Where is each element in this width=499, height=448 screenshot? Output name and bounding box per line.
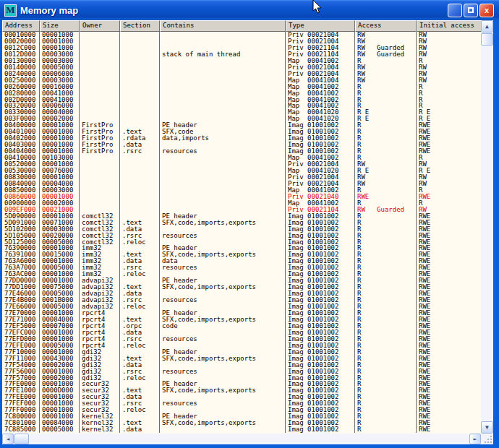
cell-type: Imag 01001002 [286,420,355,426]
table-row[interactable]: 77FF0000 00001000 secur32 .reloc Imag 01… [2,407,481,413]
table-row[interactable]: 00410000 00103000 Map 00041002 R R [2,155,481,161]
table-row[interactable]: 77FEF000 00001000 secur32 .rsrc resource… [2,400,481,407]
table-row[interactable]: 00403000 00001000 FirstPro .data Imag 01… [2,142,481,148]
cell-address: 76391000 [2,251,40,258]
table-row[interactable]: 00830000 00001000 Priv 00021004 RW RW [2,174,481,181]
table-row[interactable]: 763A7000 00005000 imm32 .rsrc resources … [2,264,481,271]
table-row[interactable]: 763AC000 00001000 imm32 .reloc Imag 0100… [2,271,481,277]
table-row[interactable]: 009EF000 00021000 Priv 00021104 RW Guard… [2,207,481,213]
table-row[interactable]: 5D125000 00005000 comctl32 .reloc Imag 0… [2,239,481,246]
table-row[interactable]: 00860000 00001000 Priv 00021040 RWE RWE [2,194,481,200]
table-row[interactable]: 77F11000 00043000 gdi32 .text SFX,code,i… [2,356,481,362]
cell-access: R [355,213,417,220]
table-row[interactable]: 00900000 00002000 Map 00041002 R R [2,200,481,207]
table-row[interactable]: 77E46000 00005000 advapi32 .data Imag 01… [2,290,481,297]
column-header-section[interactable]: Section [120,20,160,32]
cell-contains: PE header [160,122,286,129]
table-row[interactable]: 00280000 00041000 Map 00041002 R R [2,90,481,97]
table-row[interactable]: 00840000 00004000 Priv 00021004 RW RW [2,181,481,187]
table-row[interactable]: 5D105000 00020000 comctl32 .rsrc resourc… [2,233,481,239]
table-row[interactable]: 00320000 00006000 Map 00041002 R R [2,103,481,109]
close-icon[interactable]: x [479,4,494,17]
column-header-size[interactable]: Size [40,20,80,32]
scroll-right-icon[interactable]: ► [469,434,481,444]
table-row[interactable]: 77DD1000 00075000 advapi32 .text SFX,cod… [2,284,481,290]
table-row[interactable]: 0012C000 00001000 Priv 00021104 RW Guard… [2,45,481,51]
table-row[interactable]: 5D090000 00001000 comctl32 PE header Ima… [2,213,481,220]
table-row[interactable]: 003F0000 00002000 Map 00041020 R E R E [2,116,481,122]
table-row[interactable]: 763A6000 00001000 imm32 .data data Imag … [2,258,481,264]
table-row[interactable]: 77EFC000 00001000 rpcrt4 .data Imag 0100… [2,329,481,336]
column-header-address[interactable]: Address [2,20,40,32]
table-row[interactable]: 00850000 00003000 Map 00041002 R R [2,187,481,194]
cell-owner [80,45,120,51]
table-row[interactable]: 76391000 00015000 imm32 .text SFX,code,i… [2,251,481,258]
scroll-up-icon[interactable]: ▲ [481,20,493,33]
column-header-access[interactable]: Access [355,20,417,32]
table-row[interactable]: 00240000 00006000 Priv 00021004 RW RW [2,71,481,77]
table-row[interactable]: 77FE0000 00001000 secur32 PE header Imag… [2,381,481,387]
table-row[interactable]: 00250000 00003000 Map 00041004 RW RW [2,77,481,84]
titlebar[interactable]: M Memory map _ x [0,0,499,20]
table-row[interactable]: 77DD0000 00001000 advapi32 PE header Ima… [2,277,481,284]
table-row[interactable]: 002D0000 00041000 Map 00041002 R R [2,97,481,103]
vertical-scrollbar[interactable]: ▲ ▼ [481,20,493,434]
table-row[interactable]: 00020000 00001000 Priv 00021004 RW RW [2,38,481,45]
cell-initial-access: RW [417,174,481,181]
cell-initial-access: RWE [417,362,481,369]
table-row[interactable]: 77FEE000 00001000 secur32 .data Imag 010… [2,394,481,400]
cell-section: .reloc [120,407,160,413]
table-row[interactable]: 7C800000 00001000 kernel32 PE header Ima… [2,413,481,420]
vertical-scroll-thumb[interactable] [481,33,493,46]
table-row[interactable]: 76390000 00001000 imm32 PE header Imag 0… [2,245,481,251]
table-row[interactable]: 00400000 00001000 FirstPro PE header Ima… [2,122,481,129]
table-row[interactable]: 5D091000 00071000 comctl32 .text SFX,cod… [2,220,481,226]
table-row[interactable]: 77EF5000 00007000 rpcrt4 .orpc code Imag… [2,323,481,329]
table-row[interactable]: 77EFE000 00005000 rpcrt4 .reloc Imag 010… [2,343,481,349]
table-row[interactable]: 77F54000 00002000 gdi32 .data Imag 01001… [2,362,481,369]
table-row[interactable]: 0012D000 00003000 stack of main thread P… [2,51,481,58]
cell-owner: rpcrt4 [80,323,120,329]
table-row[interactable]: 00530000 00076000 Map 00041020 R E R E [2,168,481,174]
cell-section [120,77,160,84]
column-header-owner[interactable]: Owner [80,20,120,32]
table-row[interactable]: 00401000 00001000 FirstPro .text SFX,cod… [2,129,481,135]
column-header-type[interactable]: Type [286,20,355,32]
memory-map-window: M Memory map _ x Address Size Owner Sect… [0,0,499,448]
table-row[interactable]: 77F57000 00002000 gdi32 .reloc Imag 0100… [2,375,481,382]
table-row[interactable]: 00140000 00005000 Priv 00021004 RW RW [2,64,481,71]
column-header-initial-access[interactable]: Initial access [417,20,481,32]
table-row[interactable]: 00402000 00001000 FirstPro .rdata data,i… [2,135,481,142]
table-row[interactable]: 7C885000 00005000 kernel32 .data Imag 01… [2,426,481,433]
cell-initial-access: RWE [417,303,481,310]
table-row[interactable]: 77E71000 00084000 rpcrt4 .text SFX,code,… [2,316,481,323]
table-row[interactable]: 5D102000 00003000 comctl32 .data Imag 01… [2,226,481,233]
table-row[interactable]: 00404000 00001000 FirstPro .rsrc resourc… [2,148,481,155]
table-row[interactable]: 00520000 00001000 Priv 00021004 RW RW [2,161,481,168]
cell-initial-access: RWE [417,122,481,129]
table-row[interactable]: 00260000 00016000 Map 00041002 R R [2,84,481,90]
table-row[interactable]: 77E70000 00001000 rpcrt4 PE header Imag … [2,310,481,316]
table-row[interactable]: 77F10000 00001000 gdi32 PE header Imag 0… [2,349,481,356]
maximize-icon[interactable] [464,4,478,17]
horizontal-scroll-thumb[interactable] [14,434,29,444]
cell-type: Imag 01001002 [286,343,355,349]
table-row[interactable]: 7C801000 00084000 kernel32 .text SFX,cod… [2,420,481,426]
horizontal-scrollbar[interactable]: ◄ ► [2,434,481,444]
table-row[interactable]: 00330000 00004000 Map 00041020 R E R E [2,109,481,116]
scroll-left-icon[interactable]: ◄ [2,434,14,444]
scroll-down-icon[interactable]: ▼ [481,421,493,434]
cell-access: R [355,356,417,362]
table-row[interactable]: 00130000 00003000 Map 00041002 R R [2,58,481,64]
table-row[interactable]: 00010000 00001000 Priv 00021004 RW RW [2,32,481,38]
minimize-icon[interactable]: _ [448,4,462,17]
table-row[interactable]: 77F56000 00001000 gdi32 .rsrc resources … [2,369,481,375]
table-row[interactable]: 77EFD000 00001000 rpcrt4 .rsrc resources… [2,336,481,343]
resize-grip[interactable] [484,435,492,444]
cell-section [120,310,160,316]
cell-owner [80,207,120,213]
column-header-contains[interactable]: Contains [160,20,286,32]
table-row[interactable]: 77FE1000 0000D000 secur32 .text SFX,code… [2,387,481,394]
table-row[interactable]: 77E4B000 0001B000 advapi32 .rsrc resourc… [2,297,481,303]
table-row[interactable]: 77E66000 00005000 advapi32 .reloc Imag 0… [2,303,481,310]
